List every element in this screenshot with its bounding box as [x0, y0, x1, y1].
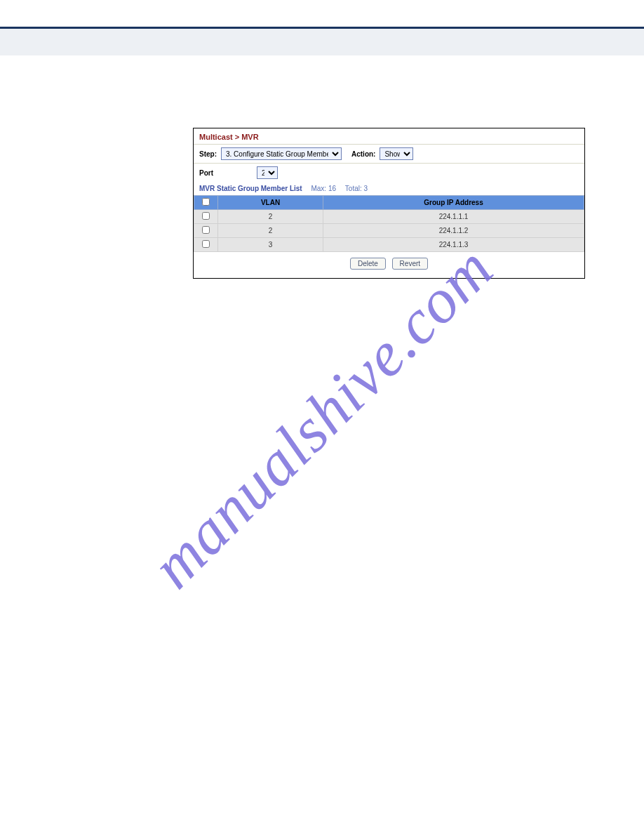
ip-cell: 224.1.1.2: [323, 224, 584, 238]
table-row: 2 224.1.1.1: [194, 210, 584, 224]
action-select[interactable]: Show: [380, 147, 413, 160]
table-header-row: VLAN Group IP Address: [194, 196, 584, 210]
step-select[interactable]: 3. Configure Static Group Member: [221, 147, 342, 160]
port-label: Port: [199, 169, 213, 177]
list-header: MVR Static Group Member List Max: 16 Tot…: [194, 182, 584, 195]
max-label: Max: 16: [311, 185, 337, 192]
port-select[interactable]: 2: [257, 166, 278, 179]
delete-button[interactable]: Delete: [350, 258, 386, 270]
group-member-table: VLAN Group IP Address 2 224.1.1.1 2 224.…: [194, 195, 584, 252]
watermark-text: manualshive.com: [137, 232, 507, 602]
vlan-cell: 2: [218, 210, 323, 224]
total-label: Total: 3: [345, 185, 368, 192]
select-all-header: [194, 196, 218, 210]
step-label: Step:: [199, 150, 217, 158]
table-row: 3 224.1.1.3: [194, 238, 584, 252]
vlan-cell: 2: [218, 224, 323, 238]
vlan-cell: 3: [218, 238, 323, 252]
step-action-row: Step: 3. Configure Static Group Member A…: [194, 145, 584, 163]
row-checkbox[interactable]: [202, 212, 210, 220]
row-checkbox[interactable]: [202, 240, 210, 248]
select-all-checkbox[interactable]: [202, 198, 210, 206]
table-row: 2 224.1.1.2: [194, 224, 584, 238]
port-row: Port 2: [194, 164, 584, 182]
group-ip-header: Group IP Address: [323, 196, 584, 210]
ip-cell: 224.1.1.1: [323, 210, 584, 224]
button-row: Delete Revert: [194, 252, 584, 271]
vlan-header: VLAN: [218, 196, 323, 210]
breadcrumb: Multicast > MVR: [194, 128, 584, 144]
ip-cell: 224.1.1.3: [323, 238, 584, 252]
revert-button[interactable]: Revert: [392, 258, 428, 270]
row-checkbox[interactable]: [202, 226, 210, 234]
list-title: MVR Static Group Member List: [199, 185, 302, 192]
header-banner: [0, 29, 644, 55]
mvr-config-panel: Multicast > MVR Step: 3. Configure Stati…: [193, 128, 585, 279]
action-label: Action:: [351, 150, 375, 158]
